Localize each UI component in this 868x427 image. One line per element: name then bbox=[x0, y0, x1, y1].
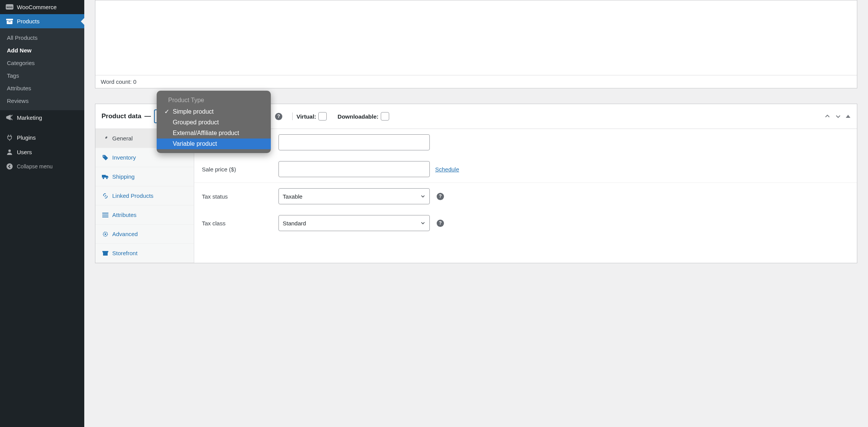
tab-storefront[interactable]: Storefront bbox=[95, 244, 194, 263]
dropdown-item-label: External/Affiliate product bbox=[173, 130, 239, 137]
sidebar-item-woocommerce[interactable]: woo WooCommerce bbox=[0, 0, 84, 14]
panel-toggle-icon[interactable] bbox=[845, 114, 851, 119]
list-icon bbox=[101, 212, 110, 218]
svg-text:woo: woo bbox=[6, 5, 13, 9]
svg-rect-3 bbox=[7, 21, 13, 24]
product-data-header: Product data — ? Virtual: Downloadable: … bbox=[95, 104, 857, 129]
tab-attributes[interactable]: Attributes bbox=[95, 205, 194, 225]
dropdown-item-simple[interactable]: ✓ Simple product bbox=[157, 106, 271, 117]
panel-move-up-icon[interactable] bbox=[824, 113, 831, 120]
sale-price-label: Sale price ($) bbox=[202, 166, 278, 173]
product-type-dropdown: Product Type ✓ Simple product Grouped pr… bbox=[157, 91, 271, 153]
svg-point-15 bbox=[105, 233, 106, 235]
megaphone-icon bbox=[5, 114, 14, 121]
gear-icon bbox=[101, 231, 110, 237]
svg-point-9 bbox=[103, 178, 104, 179]
separator bbox=[292, 112, 293, 120]
dropdown-item-grouped[interactable]: Grouped product bbox=[157, 117, 271, 128]
check-icon: ✓ bbox=[160, 108, 173, 115]
product-data-fields: Sale price ($) Schedule Tax status Taxab… bbox=[194, 129, 857, 263]
tab-label: Inventory bbox=[112, 154, 136, 161]
link-icon bbox=[101, 193, 110, 199]
tax-class-select[interactable]: Standard bbox=[278, 215, 430, 231]
svg-point-5 bbox=[8, 150, 11, 152]
sidebar-item-label: WooCommerce bbox=[17, 4, 57, 10]
help-icon[interactable]: ? bbox=[275, 113, 282, 120]
downloadable-label: Downloadable: bbox=[337, 113, 378, 120]
tax-class-value: Standard bbox=[283, 220, 306, 227]
sidebar-sub-all-products[interactable]: All Products bbox=[0, 31, 84, 44]
dropdown-item-label: Simple product bbox=[173, 108, 214, 115]
sidebar-item-plugins[interactable]: Plugins bbox=[0, 130, 84, 145]
chevron-down-icon bbox=[420, 220, 426, 226]
tag-icon bbox=[101, 155, 110, 161]
store-icon bbox=[101, 251, 110, 256]
downloadable-checkbox[interactable] bbox=[381, 112, 389, 121]
tax-status-select[interactable]: Taxable bbox=[278, 188, 430, 204]
product-data-panel: Product data — ? Virtual: Downloadable: … bbox=[95, 104, 857, 263]
tab-label: Attributes bbox=[112, 212, 136, 218]
user-icon bbox=[5, 148, 14, 155]
editor-body[interactable] bbox=[95, 0, 857, 75]
svg-point-7 bbox=[103, 155, 104, 156]
svg-point-6 bbox=[7, 163, 13, 169]
tab-advanced[interactable]: Advanced bbox=[95, 225, 194, 244]
tab-shipping[interactable]: Shipping bbox=[95, 167, 194, 186]
panel-move-down-icon[interactable] bbox=[835, 113, 842, 120]
description-editor: Word count: 0 bbox=[95, 0, 857, 88]
svg-rect-13 bbox=[102, 217, 108, 217]
sidebar-item-users[interactable]: Users bbox=[0, 145, 84, 159]
truck-icon bbox=[101, 174, 110, 179]
sidebar-sub-add-new[interactable]: Add New bbox=[0, 44, 84, 57]
dropdown-heading: Product Type bbox=[157, 95, 271, 106]
collapse-menu-label: Collapse menu bbox=[17, 163, 52, 169]
sidebar-sub-reviews[interactable]: Reviews bbox=[0, 95, 84, 107]
virtual-label: Virtual: bbox=[296, 113, 316, 120]
field-sale-price: Sale price ($) Schedule bbox=[194, 156, 857, 183]
sidebar-sub-categories[interactable]: Categories bbox=[0, 57, 84, 69]
tax-class-label: Tax class bbox=[202, 220, 278, 227]
sidebar-item-marketing[interactable]: Marketing bbox=[0, 110, 84, 125]
svg-rect-8 bbox=[102, 175, 106, 178]
tab-label: General bbox=[112, 135, 133, 142]
dropdown-item-external[interactable]: External/Affiliate product bbox=[157, 128, 271, 139]
sidebar-item-label: Plugins bbox=[17, 134, 36, 141]
tab-label: Advanced bbox=[112, 231, 138, 237]
schedule-link[interactable]: Schedule bbox=[435, 166, 459, 173]
sidebar-item-label: Products bbox=[17, 18, 39, 24]
svg-rect-4 bbox=[8, 21, 11, 22]
tax-status-label: Tax status bbox=[202, 193, 278, 200]
archive-icon bbox=[5, 18, 14, 24]
svg-rect-12 bbox=[102, 215, 108, 215]
dropdown-item-variable[interactable]: Variable product bbox=[157, 139, 271, 149]
sidebar-submenu-products: All Products Add New Categories Tags Att… bbox=[0, 28, 84, 110]
tab-label: Linked Products bbox=[112, 192, 154, 199]
sidebar-item-label: Users bbox=[17, 149, 32, 155]
sale-price-input[interactable] bbox=[278, 161, 430, 177]
editor-word-count: Word count: 0 bbox=[95, 75, 857, 88]
sidebar-item-products[interactable]: Products bbox=[0, 14, 84, 28]
regular-price-input[interactable] bbox=[278, 134, 430, 150]
panel-title: Product data bbox=[102, 112, 141, 120]
tab-linked-products[interactable]: Linked Products bbox=[95, 186, 194, 205]
collapse-icon bbox=[5, 163, 14, 170]
svg-rect-2 bbox=[6, 19, 13, 20]
help-icon[interactable]: ? bbox=[437, 193, 444, 200]
woocommerce-icon: woo bbox=[5, 4, 14, 10]
admin-sidebar: woo WooCommerce Products All Products Ad… bbox=[0, 0, 84, 427]
chevron-down-icon bbox=[420, 194, 426, 199]
sidebar-sub-tags[interactable]: Tags bbox=[0, 69, 84, 82]
tab-label: Shipping bbox=[112, 173, 134, 180]
plug-icon bbox=[5, 134, 14, 141]
sidebar-sub-attributes[interactable]: Attributes bbox=[0, 82, 84, 95]
dropdown-item-label: Variable product bbox=[173, 140, 217, 147]
dropdown-item-label: Grouped product bbox=[173, 119, 219, 126]
sidebar-item-label: Marketing bbox=[17, 114, 42, 121]
main-content: Word count: 0 Product data — ? Virtual: … bbox=[84, 0, 868, 427]
virtual-checkbox[interactable] bbox=[318, 112, 327, 121]
panel-dash: — bbox=[144, 112, 151, 120]
wrench-icon bbox=[101, 135, 110, 142]
collapse-menu-button[interactable]: Collapse menu bbox=[0, 159, 84, 174]
svg-point-10 bbox=[106, 178, 108, 179]
help-icon[interactable]: ? bbox=[437, 220, 444, 227]
